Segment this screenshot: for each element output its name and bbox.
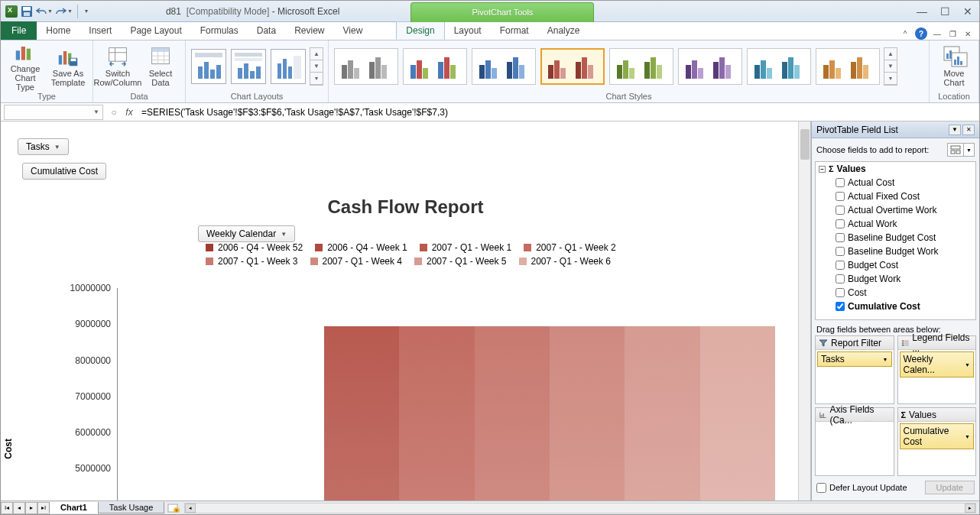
qat-customize[interactable]: ▾: [83, 8, 90, 15]
pivot-legend-weekly[interactable]: Weekly Calendar▼: [198, 225, 295, 242]
chart-style-7[interactable]: [747, 48, 811, 85]
change-chart-type-button[interactable]: Change Chart Type: [5, 43, 45, 90]
fx-icon[interactable]: fx: [122, 105, 137, 120]
name-box[interactable]: ▼: [4, 105, 103, 120]
field-item[interactable]: Actual Overtime Work: [816, 203, 975, 217]
defer-layout-checkbox[interactable]: [816, 483, 826, 493]
horizontal-scrollbar[interactable]: ◂▸: [184, 503, 976, 513]
values-chip-cumcost[interactable]: Cumulative Cost▼: [900, 423, 975, 449]
tab-design[interactable]: Design: [396, 21, 444, 40]
chart-style-4[interactable]: [540, 48, 605, 85]
redo-button[interactable]: ▼: [56, 7, 73, 16]
legend-item[interactable]: 2007 - Q1 - Week 4: [310, 256, 403, 267]
chart-bar[interactable]: [475, 326, 550, 500]
field-list-options[interactable]: ▼: [949, 125, 961, 135]
switch-row-column-button[interactable]: Switch Row/Column: [98, 43, 138, 90]
legend-item[interactable]: 2007 - Q1 - Week 3: [206, 256, 298, 267]
field-list-layout-button[interactable]: [947, 143, 964, 157]
tab-page-layout[interactable]: Page Layout: [121, 21, 190, 40]
sheet-nav-prev[interactable]: ◂: [13, 502, 25, 514]
chart-layout-2[interactable]: [231, 49, 266, 84]
field-list-layout-dropdown[interactable]: ▼: [964, 143, 975, 157]
tab-review[interactable]: Review: [285, 21, 333, 40]
tab-view[interactable]: View: [334, 21, 372, 40]
formula-cancel[interactable]: ○: [106, 105, 122, 120]
field-checkbox[interactable]: [836, 274, 845, 283]
values-expand-icon[interactable]: −: [819, 166, 826, 173]
tab-insert[interactable]: Insert: [80, 21, 121, 40]
select-data-button[interactable]: Select Data: [141, 43, 180, 90]
legend-item[interactable]: 2006 - Q4 - Week 1: [315, 242, 407, 253]
undo-button[interactable]: ▼: [36, 7, 53, 16]
workbook-close[interactable]: ✕: [962, 28, 973, 39]
field-checkbox[interactable]: [836, 233, 845, 242]
formula-input[interactable]: [137, 105, 979, 120]
filter-chip-tasks[interactable]: Tasks▼: [817, 351, 892, 367]
tab-format[interactable]: Format: [491, 21, 538, 40]
layout-gallery-scroll[interactable]: ▲▼▾: [310, 47, 323, 86]
chart-style-8[interactable]: [816, 48, 880, 85]
chart-style-1[interactable]: [334, 48, 398, 85]
chart-style-5[interactable]: [609, 48, 673, 85]
legend-item[interactable]: 2006 - Q4 - Week 52: [206, 242, 303, 253]
legend-item[interactable]: 2007 - Q1 - Week 5: [414, 256, 507, 267]
chart-bar[interactable]: [700, 326, 775, 500]
save-button[interactable]: [21, 5, 33, 18]
field-item[interactable]: Cumulative Cost: [816, 300, 975, 313]
field-checkbox[interactable]: [836, 302, 845, 311]
field-item[interactable]: Actual Work: [816, 217, 975, 231]
field-item[interactable]: Budget Work: [816, 272, 975, 286]
field-item[interactable]: Budget Cost: [816, 258, 975, 272]
workbook-restore[interactable]: ❐: [947, 28, 958, 39]
sheet-nav-last[interactable]: ▸I: [37, 502, 50, 514]
drop-zone-axis-fields[interactable]: Axis Fields (Ca...: [815, 407, 894, 476]
legend-item[interactable]: 2007 - Q1 - Week 1: [420, 242, 512, 253]
field-checkbox[interactable]: [836, 247, 845, 256]
style-gallery-scroll[interactable]: ▲▼▾: [884, 47, 897, 86]
tab-data[interactable]: Data: [248, 21, 285, 40]
chart-bars[interactable]: [324, 326, 775, 500]
chart-bar[interactable]: [550, 326, 625, 500]
help-icon[interactable]: ?: [915, 28, 927, 40]
field-checkbox[interactable]: [836, 261, 845, 270]
chart-layout-3[interactable]: [271, 49, 306, 84]
field-item[interactable]: Cost: [816, 286, 975, 300]
drop-zone-report-filter[interactable]: Report Filter Tasks▼: [815, 335, 894, 404]
field-checkbox[interactable]: [836, 288, 845, 297]
tab-file[interactable]: File: [1, 21, 37, 40]
close-button[interactable]: ✕: [956, 4, 979, 19]
save-as-template-button[interactable]: Save As Template: [48, 43, 88, 90]
field-checkbox[interactable]: [836, 206, 845, 215]
field-checkbox[interactable]: [836, 219, 845, 228]
undo-dropdown[interactable]: ▼: [47, 8, 53, 14]
pivot-filter-tasks[interactable]: Tasks▼: [18, 138, 69, 155]
minimize-button[interactable]: —: [910, 4, 933, 19]
sheet-nav-first[interactable]: I◂: [1, 502, 13, 514]
chart-legend[interactable]: 2006 - Q4 - Week 522006 - Q4 - Week 1200…: [206, 242, 680, 267]
chart-style-2[interactable]: [403, 48, 467, 85]
sheet-tab-chart1[interactable]: Chart1: [49, 502, 99, 513]
field-item[interactable]: Actual Cost: [816, 176, 975, 189]
field-item[interactable]: Baseline Budget Cost: [816, 231, 975, 245]
drop-zone-legend-fields[interactable]: Legend Fields ... Weekly Calen...▼: [897, 335, 977, 404]
field-checkbox[interactable]: [836, 192, 845, 201]
legend-chip-weekly[interactable]: Weekly Calen...▼: [900, 351, 975, 377]
sheet-nav-next[interactable]: ▸: [25, 502, 37, 514]
chart-bar[interactable]: [324, 326, 399, 500]
chart-bar[interactable]: [399, 326, 474, 500]
chart-style-3[interactable]: [472, 48, 536, 85]
minimize-ribbon[interactable]: ^: [900, 28, 910, 39]
field-list-close[interactable]: ✕: [962, 125, 975, 135]
tab-home[interactable]: Home: [37, 21, 80, 40]
chart-title[interactable]: Cash Flow Report: [15, 196, 797, 218]
pivot-values-cumcost[interactable]: Cumulative Cost: [22, 163, 106, 180]
chart-bar[interactable]: [625, 326, 699, 500]
field-item[interactable]: Actual Fixed Cost: [816, 189, 975, 203]
redo-dropdown[interactable]: ▼: [67, 8, 73, 14]
tab-layout[interactable]: Layout: [445, 21, 491, 40]
tab-analyze[interactable]: Analyze: [538, 21, 589, 40]
maximize-button[interactable]: ☐: [933, 4, 956, 19]
chart-style-6[interactable]: [678, 48, 742, 85]
y-axis-title[interactable]: Cost: [3, 439, 14, 459]
update-button[interactable]: Update: [925, 481, 975, 494]
